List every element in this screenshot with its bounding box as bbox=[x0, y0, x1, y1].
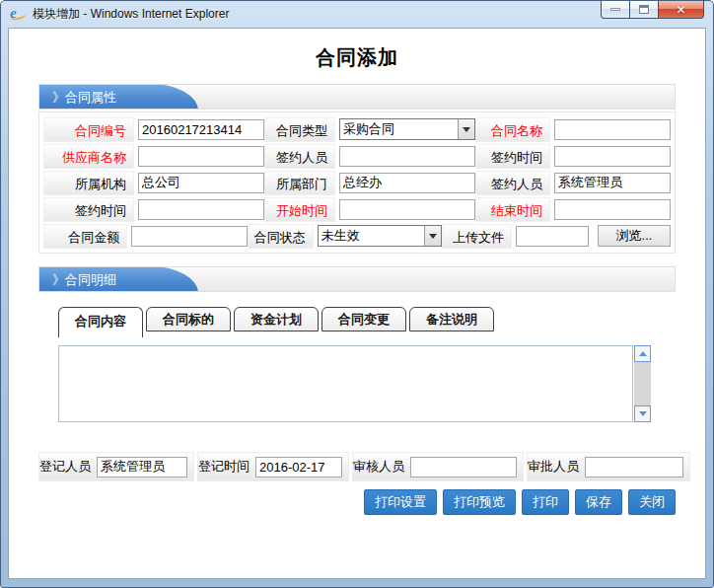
contract-type-select[interactable]: 采购合同 bbox=[339, 118, 475, 140]
scroll-up-button[interactable] bbox=[634, 345, 651, 362]
window-controls: ✕ bbox=[601, 1, 704, 19]
scrollbar-track[interactable] bbox=[634, 345, 651, 422]
print-button[interactable]: 打印 bbox=[522, 489, 569, 515]
save-button[interactable]: 保存 bbox=[575, 489, 622, 515]
form-row: 合同编号 合同类型 采购合同 合同名称 bbox=[43, 116, 671, 142]
browse-button[interactable]: 浏览... bbox=[598, 225, 671, 247]
tab-contract-subject[interactable]: 合同标的 bbox=[146, 307, 231, 331]
close-button[interactable]: 关闭 bbox=[628, 489, 676, 515]
field-cell bbox=[335, 143, 475, 169]
field-label-supplier-name: 供应商名称 bbox=[43, 144, 134, 169]
register-date-label: 登记时间 bbox=[198, 458, 255, 476]
contract-number-input[interactable] bbox=[138, 119, 264, 140]
footer-group-registrant: 登记人员 bbox=[38, 452, 194, 481]
form-row: 供应商名称 签约人员 签约时间 bbox=[43, 143, 671, 169]
contract-amount-input[interactable] bbox=[131, 226, 248, 247]
field-cell bbox=[550, 196, 671, 222]
signing-time-input-2[interactable] bbox=[138, 199, 264, 220]
print-preview-button[interactable]: 打印预览 bbox=[443, 489, 516, 515]
action-button-row: 打印设置 打印预览 打印 保存 关闭 bbox=[38, 489, 676, 515]
end-time-input[interactable] bbox=[554, 199, 671, 220]
footer-group-register-date: 登记时间 bbox=[197, 452, 349, 481]
field-cell bbox=[134, 170, 264, 195]
approver-input[interactable] bbox=[585, 457, 683, 478]
start-time-input[interactable] bbox=[339, 199, 475, 220]
signer-input-2[interactable] bbox=[554, 173, 671, 193]
tab-fund-plan[interactable]: 资金计划 bbox=[234, 307, 319, 331]
field-label-signing-time: 签约时间 bbox=[475, 144, 550, 169]
section-header-details: 》合同明细 bbox=[38, 266, 676, 292]
field-label-contract-name: 合同名称 bbox=[475, 117, 550, 142]
footer-info-bar: 登记人员 登记时间 审核人员 审批人员 bbox=[38, 452, 676, 481]
maximize-button[interactable] bbox=[630, 1, 659, 19]
reviewer-label: 审核人员 bbox=[353, 458, 410, 476]
field-cell bbox=[127, 223, 248, 249]
field-cell: 未生效 bbox=[314, 223, 443, 249]
field-cell bbox=[134, 116, 264, 142]
tab-contract-content[interactable]: 合同内容 bbox=[58, 307, 143, 337]
form-row: 合同金额 合同状态 未生效 上传文件 浏览... bbox=[43, 223, 671, 249]
department-input[interactable] bbox=[339, 173, 475, 193]
field-label-department: 所属部门 bbox=[264, 171, 335, 195]
registrant-input[interactable] bbox=[97, 457, 187, 478]
field-label-signer: 签约人员 bbox=[264, 144, 335, 169]
section-tab-details: 》合同明细 bbox=[38, 266, 198, 292]
arrow-down-icon bbox=[639, 411, 647, 416]
supplier-name-input[interactable] bbox=[138, 146, 264, 167]
field-label-start-time: 开始时间 bbox=[264, 197, 335, 222]
field-label-organization: 所属机构 bbox=[43, 171, 134, 195]
chevron-down-icon[interactable] bbox=[458, 119, 474, 139]
close-window-button[interactable]: ✕ bbox=[659, 1, 704, 19]
field-cell: 采购合同 bbox=[335, 116, 475, 142]
browser-window: e 模块增加 - Windows Internet Explorer ✕ 合同添… bbox=[0, 0, 714, 588]
minimize-icon bbox=[610, 8, 620, 11]
field-label-end-time: 结束时间 bbox=[475, 197, 550, 222]
field-cell: 浏览... bbox=[512, 223, 671, 249]
scroll-down-button[interactable] bbox=[634, 405, 651, 422]
detail-textarea[interactable] bbox=[58, 345, 633, 422]
tab-contract-change[interactable]: 合同变更 bbox=[321, 307, 406, 331]
field-cell bbox=[134, 143, 264, 169]
select-value: 采购合同 bbox=[340, 120, 458, 138]
maximize-icon bbox=[639, 5, 649, 14]
print-settings-button[interactable]: 打印设置 bbox=[364, 489, 437, 515]
organization-input[interactable] bbox=[138, 173, 264, 193]
register-date-input[interactable] bbox=[255, 457, 342, 478]
detail-tabs: 合同内容 合同标的 资金计划 合同变更 备注说明 bbox=[38, 307, 676, 337]
field-label-signing-time-2: 签约时间 bbox=[43, 197, 134, 222]
page-title: 合同添加 bbox=[9, 44, 705, 71]
field-label-signer-2: 签约人员 bbox=[475, 171, 550, 195]
field-label-upload-file: 上传文件 bbox=[442, 224, 512, 249]
field-cell bbox=[550, 143, 671, 169]
chevron-down-icon[interactable] bbox=[424, 226, 441, 246]
window-title: 模块增加 - Windows Internet Explorer bbox=[33, 6, 229, 23]
ie-icon: e bbox=[10, 6, 27, 23]
select-value: 未生效 bbox=[319, 227, 425, 245]
field-cell bbox=[134, 196, 264, 222]
field-label-contract-amount: 合同金额 bbox=[43, 224, 127, 249]
arrow-up-icon bbox=[639, 351, 647, 356]
contract-name-input[interactable] bbox=[554, 119, 671, 140]
contract-attributes-form: 合同编号 合同类型 采购合同 合同名称 供应商名称 bbox=[38, 111, 676, 254]
signer-input[interactable] bbox=[339, 146, 475, 167]
field-label-contract-status: 合同状态 bbox=[248, 224, 314, 249]
form-row: 签约时间 开始时间 结束时间 bbox=[43, 196, 671, 222]
footer-group-approver: 审批人员 bbox=[527, 452, 690, 481]
field-label-contract-number: 合同编号 bbox=[43, 117, 134, 142]
field-cell bbox=[550, 116, 671, 142]
reviewer-input[interactable] bbox=[410, 457, 517, 478]
contract-status-select[interactable]: 未生效 bbox=[318, 225, 443, 247]
detail-panel bbox=[58, 345, 651, 422]
signing-time-input[interactable] bbox=[554, 146, 671, 167]
page-content: 合同添加 》合同属性 合同编号 合同类型 采购合同 合同名称 bbox=[8, 28, 706, 579]
field-cell bbox=[335, 170, 475, 195]
footer-group-reviewer: 审核人员 bbox=[352, 452, 524, 481]
form-row: 所属机构 所属部门 签约人员 bbox=[43, 170, 671, 195]
section-header-attributes: 》合同属性 bbox=[38, 84, 676, 110]
close-icon: ✕ bbox=[676, 3, 685, 17]
section-tab-attributes: 》合同属性 bbox=[38, 84, 198, 110]
minimize-button[interactable] bbox=[601, 1, 630, 19]
upload-file-input[interactable] bbox=[516, 226, 589, 247]
tab-remarks[interactable]: 备注说明 bbox=[409, 307, 494, 331]
registrant-label: 登记人员 bbox=[39, 458, 97, 476]
